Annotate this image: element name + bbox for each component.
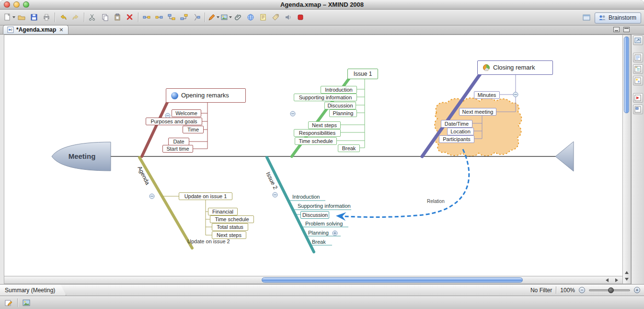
topic-introduction-2[interactable]: Introduction bbox=[292, 194, 320, 200]
close-window-button[interactable] bbox=[4, 1, 10, 8]
topic-next-steps[interactable]: Next steps bbox=[308, 121, 341, 129]
relation-label[interactable]: Relation bbox=[427, 199, 445, 204]
insert-subtopic-button[interactable] bbox=[165, 11, 178, 24]
delete-button[interactable] bbox=[124, 11, 136, 24]
print-button[interactable] bbox=[40, 11, 53, 24]
horizontal-scrollbar-thumb[interactable] bbox=[262, 277, 523, 283]
redo-button[interactable] bbox=[69, 11, 82, 24]
outline-view-icon[interactable] bbox=[633, 64, 643, 74]
insert-parent-topic-icon bbox=[180, 13, 188, 22]
root-topic-meeting[interactable]: Meeting bbox=[56, 152, 108, 160]
vertical-scrollbar[interactable] bbox=[623, 35, 631, 284]
overview-view-icon[interactable] bbox=[633, 105, 643, 114]
topic-purposes-and-goals[interactable]: Purposes and goals bbox=[146, 118, 202, 125]
open-button[interactable] bbox=[15, 11, 28, 24]
zoom-out-icon[interactable]: − bbox=[579, 287, 585, 293]
fastview-image-button[interactable] bbox=[21, 297, 32, 308]
topic-planning[interactable]: Planning bbox=[329, 109, 357, 117]
scroll-down-icon[interactable] bbox=[623, 276, 630, 283]
open-perspective-button[interactable] bbox=[580, 12, 593, 24]
styles-view-icon[interactable] bbox=[633, 76, 643, 85]
scroll-left-icon[interactable] bbox=[602, 277, 612, 283]
fastview-editor-button[interactable] bbox=[3, 297, 14, 308]
paste-button[interactable] bbox=[111, 11, 124, 24]
topic-next-steps-2[interactable]: Next steps bbox=[212, 231, 246, 239]
zoom-slider-thumb[interactable] bbox=[608, 287, 614, 293]
topic-financial[interactable]: Financial bbox=[208, 208, 238, 215]
topic-time-schedule-2[interactable]: Time schedule bbox=[210, 215, 254, 223]
topic-update-on-issue-1[interactable]: Update on issue 1 bbox=[179, 192, 232, 200]
topic-issue-1[interactable]: Issue 1 bbox=[347, 69, 378, 79]
printer-icon bbox=[42, 13, 51, 22]
topic-time[interactable]: Time bbox=[183, 126, 204, 133]
topic-discussion[interactable]: Discussion bbox=[324, 102, 356, 109]
vertical-scrollbar-thumb[interactable] bbox=[624, 36, 629, 113]
horizontal-scrollbar[interactable] bbox=[4, 276, 623, 284]
chevron-down-icon bbox=[229, 16, 232, 18]
close-tab-icon[interactable]: ✕ bbox=[58, 27, 64, 33]
zoom-window-button[interactable] bbox=[23, 1, 29, 8]
insert-topic-button[interactable] bbox=[140, 11, 153, 24]
topic-supporting-information[interactable]: Supporting information bbox=[294, 94, 357, 101]
insert-parent-topic-button[interactable] bbox=[178, 11, 190, 24]
minimize-editor-icon[interactable] bbox=[613, 27, 620, 32]
topic-break-2[interactable]: Break bbox=[312, 239, 326, 245]
insert-image-button[interactable] bbox=[219, 11, 232, 24]
save-button[interactable] bbox=[28, 11, 40, 24]
topic-location[interactable]: Location bbox=[447, 128, 474, 135]
fish-tail bbox=[555, 142, 574, 171]
topic-discussion-2[interactable]: Discussion bbox=[300, 211, 329, 219]
notes-button[interactable] bbox=[257, 11, 269, 24]
zoom-level[interactable]: 100% bbox=[560, 287, 575, 294]
scroll-right-icon[interactable] bbox=[612, 277, 621, 283]
properties-view-icon[interactable] bbox=[633, 53, 643, 62]
marker-button[interactable] bbox=[207, 11, 219, 24]
topic-next-meeting[interactable]: Next meeting bbox=[459, 108, 496, 116]
image-icon bbox=[220, 13, 229, 22]
zoom-slider[interactable] bbox=[589, 289, 630, 291]
topic-date-time[interactable]: Date/Time bbox=[441, 120, 472, 128]
topic-welcome[interactable]: Welcome bbox=[172, 109, 201, 117]
topic-total-status[interactable]: Total status bbox=[212, 223, 248, 231]
topic-supporting-information-2[interactable]: Supporting information bbox=[298, 203, 351, 209]
relation-line[interactable] bbox=[337, 149, 469, 217]
insert-topic-before-button[interactable] bbox=[153, 11, 165, 24]
topic-responsibilities[interactable]: Responsibilities bbox=[294, 129, 341, 137]
branch-label-issue-2[interactable]: Issue 2 bbox=[264, 171, 279, 190]
topic-opening-remarks[interactable]: Opening remarks bbox=[166, 88, 246, 103]
hyperlink-button[interactable] bbox=[244, 11, 257, 24]
undo-button[interactable] bbox=[57, 11, 69, 24]
brainstorm-button[interactable]: Brainstorm bbox=[595, 12, 641, 24]
topic-closing-remark[interactable]: Closing remark bbox=[477, 60, 553, 75]
copy-button[interactable] bbox=[99, 11, 111, 24]
mindmap-canvas[interactable]: Meeting Opening remarks Welcome Purposes… bbox=[4, 35, 623, 276]
topic-break[interactable]: Break bbox=[338, 144, 360, 152]
summary-tab[interactable]: Summary (Meeting) bbox=[0, 285, 66, 296]
insert-summary-button[interactable] bbox=[190, 11, 203, 24]
attachment-button[interactable] bbox=[232, 11, 244, 24]
perspective-icon bbox=[582, 13, 591, 22]
topic-problem-solving[interactable]: Problem solving bbox=[305, 221, 343, 226]
topic-planning-2[interactable]: Planning bbox=[308, 230, 329, 236]
restore-views-icon[interactable] bbox=[633, 36, 643, 45]
topic-introduction[interactable]: Introduction bbox=[321, 86, 357, 94]
topic-update-on-issue-2[interactable]: Update on issue 2 bbox=[187, 238, 230, 244]
new-file-button[interactable] bbox=[3, 11, 15, 24]
zoom-in-icon[interactable]: + bbox=[634, 287, 640, 293]
cut-button[interactable] bbox=[86, 11, 99, 24]
markers-view-icon[interactable] bbox=[633, 93, 643, 103]
maximize-editor-icon[interactable] bbox=[623, 27, 630, 32]
minimize-window-button[interactable] bbox=[13, 1, 20, 8]
audio-note-button[interactable] bbox=[282, 11, 294, 24]
filter-selector[interactable]: No Filter bbox=[530, 287, 552, 294]
topic-start-time[interactable]: Start time bbox=[162, 145, 193, 153]
tab-agenda-xmap[interactable]: *Agenda.xmap ✕ bbox=[3, 25, 69, 34]
topic-participants[interactable]: Participants bbox=[439, 135, 474, 143]
topic-date[interactable]: Date bbox=[168, 138, 189, 145]
topic-time-schedule[interactable]: Time schedule bbox=[295, 137, 337, 145]
topic-minutes[interactable]: Minutes bbox=[474, 91, 500, 99]
record-button[interactable] bbox=[294, 11, 307, 24]
scroll-up-icon[interactable] bbox=[623, 269, 630, 276]
branch-label-agenda[interactable]: Agenda bbox=[136, 165, 151, 186]
label-button[interactable] bbox=[269, 11, 282, 24]
